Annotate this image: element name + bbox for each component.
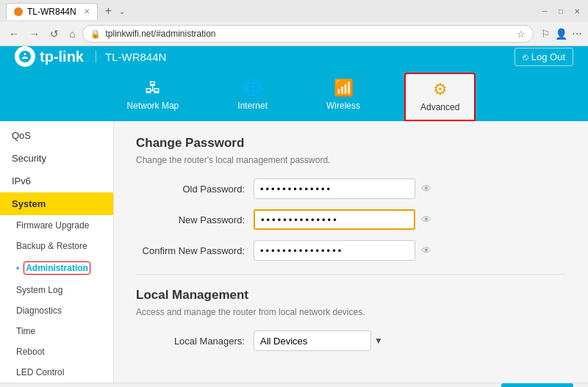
more-icon[interactable]: ⋯ <box>572 28 582 40</box>
back-button[interactable]: ← <box>6 26 22 41</box>
section-divider <box>136 274 566 275</box>
bookmark-icon[interactable]: ☆ <box>517 29 526 40</box>
router-header: tp-link TL-WR844N ⎋ Log Out <box>0 46 588 67</box>
tp-link-logo: tp-link <box>15 46 84 67</box>
sidebar-subitem-firmware-upgrade[interactable]: Firmware Upgrade <box>0 215 113 236</box>
network-map-icon: 🖧 <box>145 79 161 98</box>
sidebar-item-ipv6[interactable]: IPv6 <box>0 170 113 192</box>
browser-addressbar: ← → ↺ ⌂ 🔒 tplinkwifi.net/#administration… <box>0 22 588 46</box>
internet-label: Internet <box>237 101 268 111</box>
tab-close-icon[interactable]: ✕ <box>84 7 90 15</box>
sidebar-item-security[interactable]: Security <box>0 147 113 170</box>
new-tab-button[interactable]: + <box>101 4 116 18</box>
url-text: tplinkwifi.net/#administration <box>105 29 512 39</box>
tab-title: TL-WR844N <box>27 7 76 17</box>
forward-button[interactable]: → <box>26 26 43 41</box>
local-management-desc: Access and manage the router from local … <box>136 307 566 317</box>
confirm-password-group: Confirm New Password: 👁 <box>136 240 566 261</box>
toolbar-actions: ⚐ 👤 ⋯ <box>541 28 582 40</box>
nav-tabs: 🖧 Network Map 🌐 Internet 📶 Wireless ⚙ Ad… <box>0 67 588 121</box>
tab-internet[interactable]: 🌐 Internet <box>223 73 282 121</box>
tab-expand-icon[interactable]: ⌄ <box>119 7 125 15</box>
refresh-button[interactable]: ↺ <box>47 26 62 41</box>
maximize-button[interactable]: □ <box>556 6 566 16</box>
logo-icon <box>15 46 35 67</box>
local-management-section: Local Management Access and manage the r… <box>136 288 566 351</box>
tab-wireless[interactable]: 📶 Wireless <box>312 73 375 121</box>
administration-border: Administration <box>24 261 90 275</box>
profile-icon[interactable]: 👤 <box>555 28 567 40</box>
footer-bar: 💬 SUPPORT ⬆ BACK TO TOP SAVE <box>0 383 588 387</box>
confirm-password-input-wrap: 👁 <box>254 240 431 261</box>
logout-icon: ⎋ <box>523 51 528 62</box>
local-managers-label: Local Managers: <box>136 336 254 347</box>
confirm-password-input[interactable] <box>254 240 415 261</box>
wireless-label: Wireless <box>326 101 360 111</box>
logout-label: Log Out <box>531 51 565 62</box>
tab-network-map[interactable]: 🖧 Network Map <box>112 73 194 121</box>
old-password-label: Old Password: <box>136 184 254 195</box>
sidebar-subitem-diagnostics[interactable]: Diagnostics <box>0 300 113 321</box>
old-password-input-wrap: 👁 <box>254 178 431 199</box>
advanced-icon: ⚙ <box>433 80 448 99</box>
sidebar-subitem-system-log[interactable]: System Log <box>0 280 113 300</box>
tab-advanced[interactable]: ⚙ Advanced <box>404 73 476 121</box>
minimize-button[interactable]: ─ <box>539 6 550 16</box>
local-managers-select[interactable]: All Devices Specified Devices <box>254 330 371 351</box>
logout-button[interactable]: ⎋ Log Out <box>514 48 573 66</box>
new-password-eye-icon[interactable]: 👁 <box>421 214 431 225</box>
confirm-password-eye-icon[interactable]: 👁 <box>421 245 431 256</box>
old-password-input[interactable] <box>254 178 415 199</box>
address-actions: ☆ <box>517 29 526 40</box>
content-area: Change Password Change the router's loca… <box>114 121 588 383</box>
home-button[interactable]: ⌂ <box>66 26 78 41</box>
change-password-desc: Change the router's local management pas… <box>136 155 566 165</box>
new-password-group: New Password: 👁 <box>136 209 566 230</box>
main-content: QoS Security IPv6 System Firmware Upgrad… <box>0 121 588 383</box>
advanced-label: Advanced <box>420 102 459 112</box>
local-managers-group: Local Managers: All Devices Specified De… <box>136 330 566 351</box>
window-controls: ─ □ ✕ <box>539 6 582 16</box>
internet-icon: 🌐 <box>243 79 262 98</box>
logo-svg <box>18 49 32 64</box>
new-password-input-wrap: 👁 <box>254 209 431 230</box>
model-name: TL-WR844N <box>96 51 166 63</box>
old-password-group: Old Password: 👁 <box>136 178 566 199</box>
sidebar: QoS Security IPv6 System Firmware Upgrad… <box>0 121 114 383</box>
browser-titlebar: TL-WR844N ✕ + ⌄ ─ □ ✕ <box>0 0 588 22</box>
confirm-password-label: Confirm New Password: <box>136 245 254 256</box>
sidebar-subitem-time[interactable]: Time <box>0 321 113 341</box>
extensions-icon[interactable]: ⚐ <box>541 28 551 40</box>
new-password-input[interactable] <box>254 209 415 230</box>
wireless-icon: 📶 <box>334 79 354 98</box>
browser-chrome: TL-WR844N ✕ + ⌄ ─ □ ✕ ← → ↺ ⌂ 🔒 tplinkwi… <box>0 0 588 46</box>
browser-tab[interactable]: TL-WR844N ✕ <box>6 3 98 20</box>
close-button[interactable]: ✕ <box>572 6 582 16</box>
sidebar-subitem-led-control[interactable]: LED Control <box>0 362 113 383</box>
local-management-title: Local Management <box>136 288 566 303</box>
sidebar-subitem-administration[interactable]: Administration <box>0 256 113 280</box>
sidebar-subitem-backup-restore[interactable]: Backup & Restore <box>0 236 113 256</box>
brand-label: tp-link <box>40 48 84 65</box>
address-bar[interactable]: 🔒 tplinkwifi.net/#administration ☆ <box>82 25 534 43</box>
sidebar-subitem-reboot[interactable]: Reboot <box>0 341 113 362</box>
old-password-eye-icon[interactable]: 👁 <box>421 183 431 195</box>
save-button[interactable]: SAVE <box>501 383 573 387</box>
logo-area: tp-link TL-WR844N <box>15 46 166 67</box>
sidebar-item-system[interactable]: System <box>0 192 113 215</box>
tab-favicon <box>14 7 23 16</box>
sidebar-item-qos[interactable]: QoS <box>0 124 113 147</box>
lock-icon: 🔒 <box>90 29 101 39</box>
change-password-title: Change Password <box>136 136 566 151</box>
router-ui: tp-link TL-WR844N ⎋ Log Out 🖧 Network Ma… <box>0 46 588 385</box>
select-arrow-icon: ▼ <box>374 336 383 346</box>
new-password-label: New Password: <box>136 214 254 225</box>
network-map-label: Network Map <box>127 101 179 111</box>
local-managers-select-wrap: All Devices Specified Devices ▼ <box>254 330 383 351</box>
